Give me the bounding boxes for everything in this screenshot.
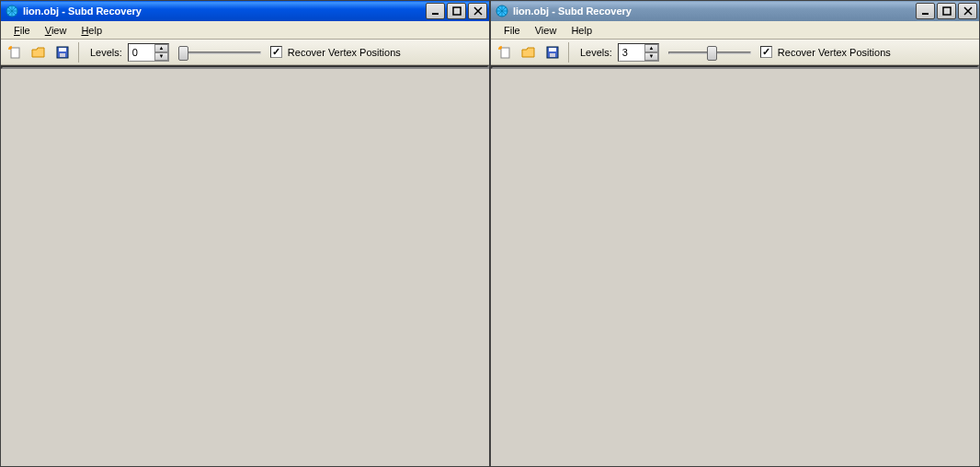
levels-up-button[interactable]: ▲ <box>154 44 168 52</box>
menu-help[interactable]: Help <box>564 23 599 38</box>
viewport-3d[interactable] <box>491 65 979 69</box>
svg-rect-15 <box>501 48 509 58</box>
svg-rect-14 <box>943 7 951 15</box>
levels-label: Levels: <box>85 47 124 58</box>
close-button[interactable] <box>468 3 487 19</box>
save-file-button[interactable] <box>542 42 563 63</box>
levels-input[interactable] <box>129 44 154 61</box>
levels-slider[interactable] <box>668 43 751 62</box>
toolbar-separator <box>568 42 569 63</box>
maximize-button[interactable] <box>937 3 956 19</box>
recover-checkbox[interactable] <box>760 46 772 58</box>
open-file-button[interactable] <box>518 42 539 63</box>
svg-rect-3 <box>11 48 19 58</box>
svg-rect-6 <box>60 53 65 57</box>
levels-up-button[interactable]: ▲ <box>644 44 658 52</box>
sparkle-doc-icon <box>497 45 512 60</box>
svg-rect-17 <box>549 48 556 51</box>
recover-checkbox[interactable] <box>270 46 282 58</box>
menubar: File View Help <box>1 21 489 40</box>
open-file-button[interactable] <box>28 42 49 63</box>
close-button[interactable] <box>958 3 977 19</box>
window-title: lion.obj - Subd Recovery <box>23 6 426 17</box>
recover-label: Recover Vertex Positions <box>288 47 403 58</box>
menu-view[interactable]: View <box>528 23 564 38</box>
app-window-right: lion.obj - Subd Recovery File View Help … <box>490 0 980 467</box>
viewport-wrap <box>491 65 979 466</box>
sparkle-doc-icon <box>7 45 22 60</box>
folder-icon <box>521 45 536 60</box>
menu-file[interactable]: File <box>6 23 38 38</box>
minimize-button[interactable] <box>916 3 935 19</box>
viewport-3d[interactable] <box>1 65 489 69</box>
folder-icon <box>31 45 46 60</box>
toolbar-separator <box>78 42 79 63</box>
menu-view[interactable]: View <box>38 23 74 38</box>
slider-thumb[interactable] <box>707 46 717 61</box>
svg-rect-18 <box>550 53 555 57</box>
toolbar: Levels: ▲ ▼ Recover Vertex Positions <box>491 40 979 65</box>
levels-spinner[interactable]: ▲ ▼ <box>128 43 169 62</box>
recover-label: Recover Vertex Positions <box>778 47 893 58</box>
new-file-button[interactable] <box>5 42 25 63</box>
app-icon <box>495 4 509 18</box>
svg-rect-2 <box>453 7 461 15</box>
titlebar[interactable]: lion.obj - Subd Recovery <box>1 1 489 21</box>
levels-label: Levels: <box>575 47 614 58</box>
levels-slider[interactable] <box>178 43 261 62</box>
disk-icon <box>55 45 70 60</box>
levels-input[interactable] <box>619 44 644 61</box>
viewport-wrap <box>1 65 489 466</box>
window-title: lion.obj - Subd Recovery <box>513 6 916 17</box>
slider-track <box>178 51 261 54</box>
menu-help[interactable]: Help <box>74 23 109 38</box>
titlebar[interactable]: lion.obj - Subd Recovery <box>491 1 979 21</box>
disk-icon <box>545 45 560 60</box>
levels-spinner[interactable]: ▲ ▼ <box>618 43 659 62</box>
levels-down-button[interactable]: ▼ <box>644 52 658 61</box>
levels-down-button[interactable]: ▼ <box>154 52 168 61</box>
minimize-button[interactable] <box>426 3 445 19</box>
maximize-button[interactable] <box>447 3 466 19</box>
menu-file[interactable]: File <box>496 23 528 38</box>
menubar: File View Help <box>491 21 979 40</box>
window-buttons <box>426 3 487 19</box>
app-icon <box>5 4 19 18</box>
save-file-button[interactable] <box>52 42 73 63</box>
slider-thumb[interactable] <box>178 46 188 61</box>
app-window-left: lion.obj - Subd Recovery File View Help … <box>0 0 490 467</box>
new-file-button[interactable] <box>495 42 515 63</box>
svg-rect-5 <box>59 48 66 51</box>
toolbar: Levels: ▲ ▼ Recover Vertex Positions <box>1 40 489 65</box>
window-buttons <box>916 3 977 19</box>
